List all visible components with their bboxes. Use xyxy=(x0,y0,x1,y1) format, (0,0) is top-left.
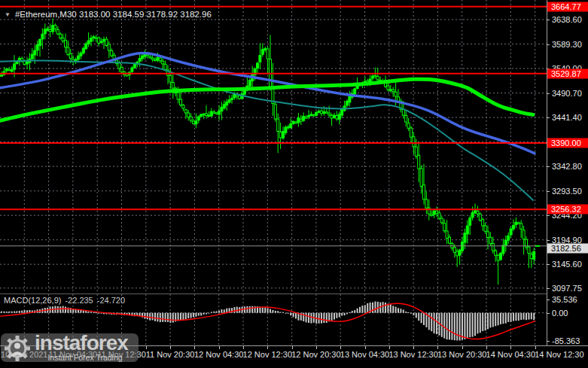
time-axis-tick xyxy=(292,346,293,349)
watermark-tagline-text: Instant Forex Trading xyxy=(38,353,132,362)
time-axis-tick xyxy=(389,346,390,349)
price-axis-label: 3097.75 xyxy=(552,284,582,293)
time-axis-tick xyxy=(462,346,463,349)
price-axis-label: 3589.30 xyxy=(552,40,582,49)
price-level-badge: 3664.77 xyxy=(547,2,588,11)
time-axis-tick xyxy=(510,346,511,349)
time-axis-label: 14 Nov 12:30 xyxy=(535,350,583,359)
price-axis-tick xyxy=(547,117,550,118)
macd-axis-label: -85.363 xyxy=(552,336,580,345)
time-axis-tick xyxy=(365,346,366,349)
time-axis-tick xyxy=(267,346,268,349)
time-axis-label: 12 Nov 20:30 xyxy=(291,350,340,359)
macd-axis-label: 0.00 xyxy=(552,309,568,318)
time-axis-label: 14 Nov 04:30 xyxy=(486,350,535,359)
time-axis-tick xyxy=(316,346,317,349)
price-axis-label: 3145.60 xyxy=(552,260,582,269)
chart-window: ▼#Ethereum,M30 3183.00 3184.59 3178.92 3… xyxy=(0,0,588,368)
price-axis-tick xyxy=(547,191,550,192)
macd-indicator-label: MACD(12,26,9)-22.235-24.720 xyxy=(4,296,125,305)
time-axis-label: 12 Nov 04:30 xyxy=(194,350,243,359)
watermark-brand-text: instaforex xyxy=(35,331,128,355)
price-axis-tick xyxy=(547,44,550,45)
chart-title-bar: ▼#Ethereum,M30 3183.00 3184.59 3178.92 3… xyxy=(5,10,212,19)
macd-axis-label: 35.536 xyxy=(552,295,577,304)
price-axis[interactable] xyxy=(547,0,588,345)
time-axis-label: 12 Nov 12:30 xyxy=(243,350,292,359)
macd-axis-tick xyxy=(547,300,550,300)
price-axis-tick xyxy=(547,93,550,94)
instaforex-gear-logo-icon xyxy=(2,334,34,363)
price-axis-tick xyxy=(547,215,550,216)
time-axis-tick xyxy=(486,346,487,349)
price-level-badge: 3390.00 xyxy=(547,138,588,148)
price-axis-tick xyxy=(547,288,550,289)
price-axis-label: 3490.70 xyxy=(552,89,582,98)
price-level-badge: 3529.87 xyxy=(547,68,588,78)
symbol-dropdown-icon[interactable]: ▼ xyxy=(5,11,11,18)
time-axis-tick xyxy=(535,346,536,349)
time-axis-tick xyxy=(437,346,438,349)
price-axis-tick xyxy=(547,264,550,265)
time-axis-label: 13 Nov 12:30 xyxy=(388,350,437,359)
time-axis-tick xyxy=(340,346,341,349)
time-axis-tick xyxy=(413,346,414,349)
price-axis-tick xyxy=(547,240,550,241)
macd-main-value: -22.235 xyxy=(65,296,93,305)
macd-name: MACD(12,26,9) xyxy=(4,296,61,305)
time-axis-label: 11 Nov 20:30 xyxy=(146,350,195,359)
current-price-badge: 3182.56 xyxy=(547,243,588,253)
price-axis-border xyxy=(547,0,547,345)
pane-separator[interactable] xyxy=(0,293,547,294)
price-axis-label: 3293.50 xyxy=(552,187,582,196)
macd-axis-tick xyxy=(547,341,550,342)
symbol-ohlc-title: #Ethereum,M30 3183.00 3184.59 3178.92 31… xyxy=(15,10,212,19)
price-level-badge: 3256.32 xyxy=(547,205,588,214)
price-axis-label: 3638.60 xyxy=(552,15,582,24)
main-chart-pane[interactable] xyxy=(0,0,547,293)
time-axis-label: 13 Nov 20:30 xyxy=(437,350,486,359)
time-axis-tick xyxy=(243,346,244,349)
macd-axis-tick xyxy=(547,313,550,314)
price-axis-label: 3441.40 xyxy=(552,113,582,122)
instaforex-watermark: instaforex Instant Forex Trading xyxy=(1,333,139,362)
time-axis-label: 13 Nov 04:30 xyxy=(340,350,389,359)
price-axis-tick xyxy=(547,20,550,20)
price-axis-tick xyxy=(547,166,550,167)
price-axis-label: 3342.80 xyxy=(552,162,582,171)
time-axis-tick xyxy=(194,346,195,349)
macd-signal-value: -24.720 xyxy=(97,296,125,305)
time-axis-tick xyxy=(219,346,220,349)
time-axis-tick xyxy=(170,346,171,349)
time-axis-tick xyxy=(146,346,147,349)
